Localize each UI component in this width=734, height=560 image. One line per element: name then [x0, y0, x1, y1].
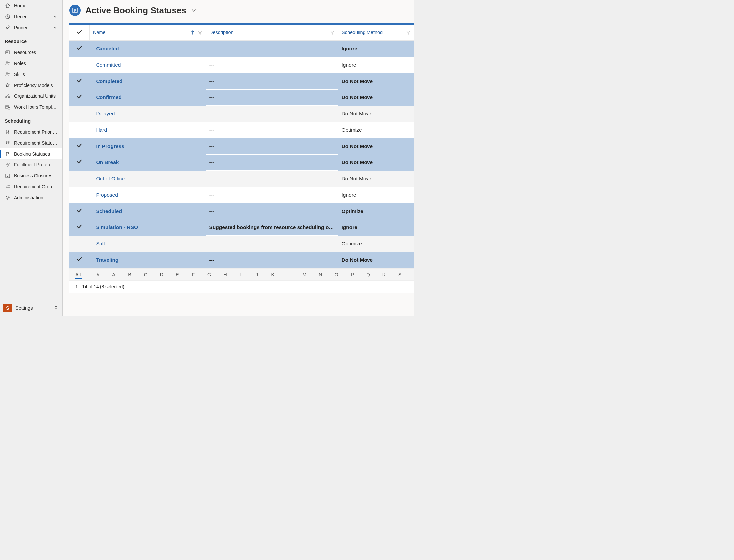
column-header-description[interactable]: Description	[206, 25, 338, 41]
table-row[interactable]: Completed---Do Not Move	[69, 73, 414, 90]
record-link[interactable]: Traveling	[96, 257, 119, 263]
nav-item-administration[interactable]: Administration	[0, 192, 62, 203]
alpha-filter-p[interactable]: P	[344, 272, 360, 277]
chevron-down-icon[interactable]	[191, 8, 196, 13]
alpha-filter-i[interactable]: I	[233, 272, 249, 277]
alpha-filter-k[interactable]: K	[265, 272, 280, 277]
nav-item-requirement-group-[interactable]: Requirement Group …	[0, 181, 62, 192]
alpha-filter-m[interactable]: M	[296, 272, 312, 277]
record-link[interactable]: Scheduled	[96, 208, 122, 214]
row-select[interactable]	[69, 155, 90, 171]
alpha-filter-j[interactable]: J	[249, 272, 265, 277]
nav-item-booking-statuses[interactable]: Booking Statuses	[0, 148, 62, 159]
table-row[interactable]: Out of Office---Do Not Move	[69, 171, 414, 187]
page-title[interactable]: Active Booking Statuses	[85, 5, 186, 16]
nav-section-list: ResourcesRolesSkillsProficiency ModelsOr…	[0, 47, 62, 112]
alpha-filter-e[interactable]: E	[169, 272, 185, 277]
sidebar: HomeRecentPinned ResourceResourcesRolesS…	[0, 0, 63, 316]
alpha-filter-all[interactable]: All	[75, 272, 90, 277]
record-link[interactable]: Proposed	[96, 192, 118, 198]
table-row[interactable]: Confirmed---Do Not Move	[69, 90, 414, 106]
nav-item-recent[interactable]: Recent	[0, 11, 62, 22]
row-select[interactable]	[69, 106, 90, 122]
row-select[interactable]	[69, 252, 90, 268]
alpha-filter-b[interactable]: B	[122, 272, 138, 277]
nav-label: Fulfillment Preferences	[14, 162, 58, 167]
nav-item-skills[interactable]: Skills	[0, 69, 62, 80]
select-all-header[interactable]	[69, 25, 90, 41]
cell-method: Do Not Move	[338, 73, 414, 90]
record-link[interactable]: Hard	[96, 127, 107, 133]
alpha-filter-r[interactable]: R	[376, 272, 392, 277]
reqgroup-icon	[5, 184, 11, 190]
record-link[interactable]: Delayed	[96, 111, 115, 116]
filter-icon[interactable]	[198, 30, 202, 35]
row-select[interactable]	[69, 122, 90, 138]
area-switcher[interactable]: S Settings	[0, 300, 62, 316]
table-row[interactable]: Hard---Optimize	[69, 122, 414, 138]
nav-label: Requirement Statuses	[14, 140, 58, 146]
nav-item-resources[interactable]: Resources	[0, 47, 62, 58]
record-link[interactable]: In Progress	[96, 143, 124, 149]
nav-item-fulfillment-preferences[interactable]: Fulfillment Preferences	[0, 159, 62, 170]
filter-icon[interactable]	[330, 30, 335, 35]
row-select[interactable]	[69, 138, 90, 155]
nav-item-business-closures[interactable]: Business Closures	[0, 170, 62, 181]
table-row[interactable]: In Progress---Do Not Move	[69, 138, 414, 155]
row-select[interactable]	[69, 90, 90, 106]
nav-item-requirement-priorities[interactable]: Requirement Priorities	[0, 126, 62, 137]
row-select[interactable]	[69, 203, 90, 219]
table-row[interactable]: Simulation - RSOSuggested bookings from …	[69, 219, 414, 236]
table-row[interactable]: On Break---Do Not Move	[69, 155, 414, 171]
record-link[interactable]: Confirmed	[96, 94, 122, 100]
alpha-filter-n[interactable]: N	[312, 272, 328, 277]
nav-item-home[interactable]: Home	[0, 0, 62, 11]
alpha-filter-g[interactable]: G	[201, 272, 217, 277]
record-link[interactable]: Completed	[96, 78, 123, 84]
record-link[interactable]: Out of Office	[96, 176, 125, 181]
table-row[interactable]: Canceled---Ignore	[69, 41, 414, 57]
alpha-filter-#[interactable]: #	[90, 272, 106, 277]
roles-icon	[5, 60, 11, 66]
row-select[interactable]	[69, 187, 90, 203]
cell-name: Completed	[90, 73, 206, 90]
nav-item-organizational-units[interactable]: Organizational Units	[0, 91, 62, 101]
record-link[interactable]: Canceled	[96, 46, 119, 51]
table-row[interactable]: Proposed---Ignore	[69, 187, 414, 203]
alpha-filter-a[interactable]: A	[106, 272, 122, 277]
alpha-filter-f[interactable]: F	[185, 272, 201, 277]
row-select[interactable]	[69, 171, 90, 187]
row-select[interactable]	[69, 219, 90, 236]
nav-item-pinned[interactable]: Pinned	[0, 22, 62, 33]
table-row[interactable]: Delayed---Do Not Move	[69, 106, 414, 122]
svg-point-19	[7, 197, 8, 198]
nav-item-roles[interactable]: Roles	[0, 58, 62, 69]
alpha-filter-c[interactable]: C	[138, 272, 153, 277]
column-header-method[interactable]: Scheduling Method	[338, 25, 414, 41]
alpha-filter-h[interactable]: H	[217, 272, 233, 277]
nav-item-work-hours-templates[interactable]: Work Hours Templates	[0, 101, 62, 112]
record-link[interactable]: On Break	[96, 159, 119, 165]
filter-icon[interactable]	[406, 30, 411, 35]
app-root: HomeRecentPinned ResourceResourcesRolesS…	[0, 0, 414, 316]
record-link[interactable]: Soft	[96, 241, 105, 246]
alpha-filter-q[interactable]: Q	[360, 272, 376, 277]
record-link[interactable]: Committed	[96, 62, 121, 68]
alpha-filter-d[interactable]: D	[153, 272, 169, 277]
alpha-filter-l[interactable]: L	[280, 272, 296, 277]
alpha-filter-o[interactable]: O	[328, 272, 344, 277]
alpha-filter-s[interactable]: S	[392, 272, 408, 277]
row-select[interactable]	[69, 57, 90, 73]
column-header-name[interactable]: Name	[90, 25, 206, 41]
row-select[interactable]	[69, 236, 90, 252]
nav-item-proficiency-models[interactable]: Proficiency Models	[0, 80, 62, 91]
cell-description: ---	[206, 106, 338, 122]
table-row[interactable]: Traveling---Do Not Move	[69, 252, 414, 268]
nav-item-requirement-statuses[interactable]: Requirement Statuses	[0, 137, 62, 148]
table-row[interactable]: Committed---Ignore	[69, 57, 414, 73]
row-select[interactable]	[69, 73, 90, 90]
table-row[interactable]: Scheduled---Optimize	[69, 203, 414, 219]
table-row[interactable]: Soft---Optimize	[69, 236, 414, 252]
row-select[interactable]	[69, 41, 90, 57]
record-link[interactable]: Simulation - RSO	[96, 224, 138, 230]
